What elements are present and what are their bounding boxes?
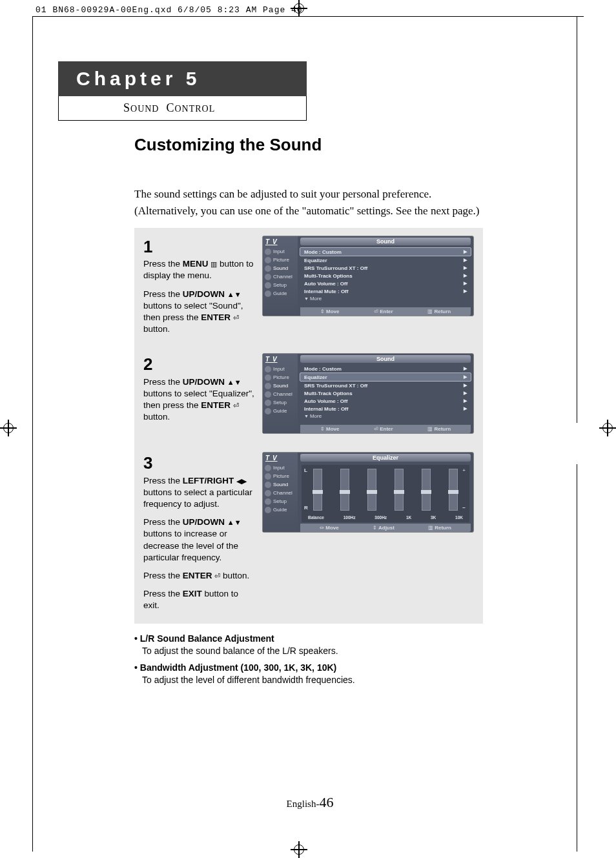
osd-sidebar-item-input: Input	[263, 464, 298, 472]
button-glyph-icon: ▲▼	[227, 291, 241, 298]
chevron-right-icon: ▶	[464, 281, 467, 287]
crop-rule-right-top	[577, 16, 577, 423]
step-instruction: Press the LEFT/RIGHT ◀▶ buttons to selec…	[143, 475, 254, 511]
registration-mark-right	[599, 420, 616, 436]
osd-sidebar-item-sound: Sound	[263, 480, 298, 489]
step-text: 1 Press the MENU ▥ button to display the…	[143, 236, 254, 335]
osd-sidebar-label: Sound	[273, 482, 288, 487]
eq-band-label: Balance	[308, 515, 324, 520]
osd-row-label: Auto Volume : Off	[304, 281, 347, 287]
osd-sidebar-item-guide: Guide	[263, 506, 298, 514]
eq-plus-top: +	[462, 467, 466, 473]
eq-band-label: 10K	[455, 515, 463, 520]
chevron-right-icon: ▶	[464, 289, 467, 294]
eq-slider	[449, 469, 458, 511]
osd-sidebar-icon	[265, 366, 271, 373]
osd-tv-label: T V	[263, 454, 298, 464]
step-text: 3 Press the LEFT/RIGHT ◀▶ buttons to sel…	[143, 452, 254, 611]
osd-more: More	[300, 295, 471, 302]
osd-sidebar-item-guide: Guide	[263, 289, 298, 298]
osd-panel-title: Sound	[300, 355, 471, 363]
osd-sidebar-item-setup: Setup	[263, 398, 298, 407]
osd-main: Equalizer L R + − Balance100Hz300Hz1K3K1…	[298, 453, 473, 532]
osd-menu-row: Internal Mute : Off▶	[300, 287, 471, 295]
osd-menu-row: Internal Mute : Off▶	[300, 405, 471, 413]
note-title: L/R Sound Balance Adjustment	[134, 633, 483, 646]
osd-panel-title: Sound	[300, 238, 471, 245]
osd-menu-row: Auto Volume : Off▶	[300, 397, 471, 405]
eq-slider-thumb	[367, 490, 377, 494]
button-glyph-icon: ◀▶	[236, 477, 247, 485]
osd-sidebar-icon	[265, 400, 271, 406]
osd-sidebar-icon	[265, 282, 271, 289]
eq-slider-thumb	[313, 490, 323, 494]
osd-sidebar-icon	[265, 482, 271, 488]
osd-sidebar-item-setup: Setup	[263, 497, 298, 506]
osd-sidebar-item-input: Input	[263, 365, 298, 373]
eq-band-label: 300Hz	[375, 515, 387, 520]
eq-slider	[340, 469, 349, 511]
osd-sidebar-label: Guide	[273, 507, 287, 513]
osd-menu-row: Mode : Custom▶	[300, 247, 471, 256]
osd-sidebar-icon	[265, 374, 271, 381]
chapter-subtitle: SOUND CONTROL	[58, 96, 307, 121]
osd-sidebar-label: Channel	[273, 391, 293, 397]
step-instruction: Press the UP/DOWN ▲▼ buttons to select "…	[143, 289, 254, 336]
osd-footer-enter: Enter	[374, 426, 393, 432]
osd-sidebar-label: Picture	[273, 257, 289, 263]
osd-sidebar-label: Setup	[273, 498, 287, 504]
osd-menu-row: Multi-Track Options▶	[300, 389, 471, 397]
osd-screenshot: T VInputPictureSoundChannelSetupGuide So…	[262, 353, 474, 434]
step-text: 2 Press the UP/DOWN ▲▼ buttons to select…	[143, 353, 254, 434]
eq-slider	[313, 469, 322, 511]
eq-band-labels: Balance100Hz300Hz1K3K10K	[308, 515, 463, 520]
osd-menu-row: Auto Volume : Off▶	[300, 280, 471, 287]
osd-sidebar-item-picture: Picture	[263, 256, 298, 264]
osd-tv-label: T V	[263, 355, 298, 365]
osd-sidebar-label: Sound	[273, 383, 288, 389]
chapter-title: Chapter 5	[58, 61, 307, 96]
osd-footer: MoveAdjustReturn	[300, 524, 471, 532]
osd-sidebar-icon	[265, 490, 271, 496]
page-number-value: 46	[319, 794, 333, 810]
osd-footer-move: Move	[320, 309, 340, 314]
osd-main: Sound Mode : Custom▶Equalizer▶SRS TruSur…	[298, 354, 473, 433]
osd-row-label: Mode : Custom	[304, 366, 342, 372]
osd-footer-return: Return	[427, 426, 451, 432]
osd-sidebar-label: Picture	[273, 473, 289, 479]
osd-sidebar-item-sound: Sound	[263, 264, 298, 272]
osd-menu-row: Equalizer▶	[300, 373, 471, 382]
registration-mark-bottom	[291, 841, 307, 858]
chapter-heading: Chapter 5 SOUND CONTROL	[58, 61, 307, 121]
step-number: 3	[143, 452, 254, 475]
osd-sidebar-item-sound: Sound	[263, 382, 298, 390]
osd-sidebar-item-picture: Picture	[263, 373, 298, 382]
osd-footer-return: Return	[427, 309, 451, 314]
osd-sidebar-item-guide: Guide	[263, 407, 298, 415]
osd-row-label: Internal Mute : Off	[304, 289, 348, 294]
osd-screenshot: T VInputPictureSoundChannelSetupGuide So…	[262, 236, 474, 316]
osd-sidebar-icon	[265, 291, 271, 297]
button-glyph-icon: ⏎	[233, 314, 239, 322]
osd-footer-adjust: Adjust	[373, 525, 395, 531]
osd-sidebar-icon	[265, 498, 271, 505]
osd-sidebar-label: Guide	[273, 408, 287, 414]
note-body: To adjust the level of different bandwid…	[142, 674, 483, 687]
print-header: 01 BN68-00929A-00Eng.qxd 6/8/05 8:23 AM …	[36, 5, 303, 15]
osd-screenshot-equalizer: T VInputPictureSoundChannelSetupGuide Eq…	[262, 452, 474, 533]
intro-line-2: (Alternatively, you can use one of the "…	[134, 203, 562, 220]
osd-footer-enter: Enter	[374, 309, 393, 314]
osd-row-label: Auto Volume : Off	[304, 398, 347, 404]
button-glyph-icon: ⏎	[233, 402, 239, 409]
osd-row-label: Equalizer	[304, 258, 327, 263]
osd-sidebar-icon	[265, 257, 271, 263]
button-glyph-icon: ▥	[210, 260, 217, 268]
osd-sidebar: T VInputPictureSoundChannelSetupGuide	[263, 354, 298, 433]
osd-sidebar-icon	[265, 265, 271, 272]
osd-tv-label: T V	[263, 238, 298, 247]
eq-area: L R + − Balance100Hz300Hz1K3K10K	[302, 465, 469, 522]
osd-footer: MoveEnterReturn	[300, 425, 471, 433]
chevron-right-icon: ▶	[464, 265, 467, 271]
button-glyph-icon: ▲▼	[227, 378, 241, 386]
step-instruction: Press the MENU ▥ button to display the m…	[143, 258, 254, 281]
